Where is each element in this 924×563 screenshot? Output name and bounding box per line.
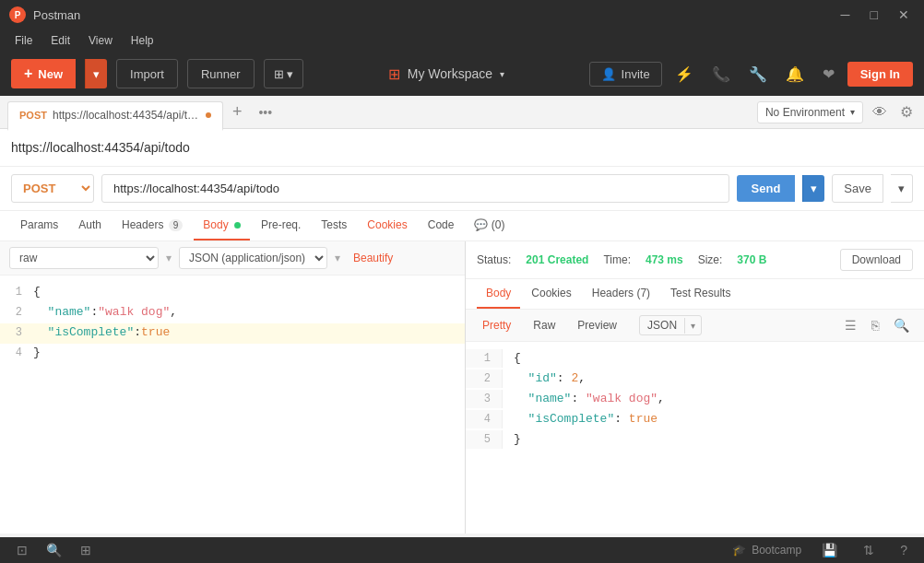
request-bar: POST GET PUT DELETE Send ▾ Save ▾ [0,167,924,211]
resp-tab-headers[interactable]: Headers (7) [583,279,659,309]
resp-raw-button[interactable]: Raw [526,316,563,334]
url-input[interactable] [101,174,729,203]
code-line-4: 4 } [0,344,465,364]
tab-body[interactable]: Body [194,211,250,240]
request-body-panel: raw form-data x-www-form-urlencoded ▾ JS… [0,241,466,534]
tab-prereq[interactable]: Pre-req. [252,211,310,240]
status-sync-button[interactable]: ⇅ [858,541,880,559]
resp-copy-button[interactable]: ⎘ [866,315,884,335]
response-format-bar: Pretty Raw Preview JSON ▾ ☰ ⎘ 🔍 [466,310,924,342]
resp-tab-cookies[interactable]: Cookies [522,279,580,309]
env-chevron: ▾ [850,107,855,117]
status-search-button[interactable]: 🔍 [41,541,67,559]
menu-view[interactable]: View [81,32,120,49]
lightning-icon-button[interactable]: ⚡ [669,62,699,87]
time-label: Time: [603,253,631,266]
status-save-button[interactable]: 💾 [816,541,843,559]
tab-params[interactable]: Params [11,211,67,240]
method-select[interactable]: POST GET PUT DELETE [11,174,94,203]
titlebar-left: P Postman [9,6,80,23]
resp-tab-test-results[interactable]: Test Results [661,279,740,309]
resp-format-selector[interactable]: JSON ▾ [639,315,702,335]
resp-line-5: 5 } [466,430,924,451]
toolbar: + New ▾ Import Runner ⊞ ▾ ⊞ My Workspace… [0,52,924,96]
phone-icon-button[interactable]: 📞 [706,62,736,87]
new-dropdown-button[interactable]: ▾ [85,59,107,88]
toolbar-center: ⊞ My Workspace ▾ [313,60,579,88]
size-value: 370 B [737,253,766,266]
layout-icon: ⊞ [274,67,284,81]
resp-line-3: 3 "name": "walk dog", [466,390,924,410]
resp-search-button[interactable]: 🔍 [888,315,915,335]
menu-edit[interactable]: Edit [43,32,77,49]
bootcamp-button[interactable]: 🎓 Bootcamp [732,544,801,557]
resp-tab-body[interactable]: Body [477,279,520,309]
status-code: 201 Created [526,253,588,266]
tab-cookies[interactable]: Cookies [358,211,416,240]
body-format-select[interactable]: raw form-data x-www-form-urlencoded [9,247,159,269]
tab-auth[interactable]: Auth [69,211,111,240]
import-button[interactable]: Import [116,59,178,88]
save-button[interactable]: Save [832,174,883,203]
status-bar-right: 🎓 Bootcamp 💾 ⇅ ? [732,541,913,559]
plus-icon: + [24,65,32,82]
signin-button[interactable]: Sign In [847,62,913,87]
maximize-button[interactable]: □ [865,6,883,24]
bell-icon-button[interactable]: 🔔 [780,62,810,87]
tab-bar: POST https://localhost:44354/api/to... +… [0,96,924,129]
heart-icon-button[interactable]: ❤ [817,62,840,87]
save-dropdown-button[interactable]: ▾ [891,174,913,203]
response-code-editor: 1 { 2 "id": 2, 3 "name": "walk dog", 4 "… [466,342,924,534]
resp-preview-button[interactable]: Preview [570,316,624,334]
beautify-button[interactable]: Beautify [348,249,398,267]
runner-button[interactable]: Runner [187,59,255,88]
tab-method: POST [19,110,47,121]
main-content: raw form-data x-www-form-urlencoded ▾ JS… [0,241,924,534]
request-tab[interactable]: POST https://localhost:44354/api/to... [7,101,223,131]
app-title: Postman [33,8,80,22]
status-console-button[interactable]: ⊞ [75,541,97,559]
workspace-button[interactable]: ⊞ My Workspace ▾ [377,60,515,88]
url-display-section: https://localhost:44354/api/todo [0,129,924,167]
env-eye-button[interactable]: 👁 [869,100,891,124]
settings-icon-button[interactable]: 🔧 [743,62,773,87]
content-type-select[interactable]: JSON (application/json) Text XML [179,247,327,269]
code-line-2: 2 "name":"walk dog", [0,303,465,323]
resp-line-2: 2 "id": 2, [466,369,924,390]
response-panel: Status: 201 Created Time: 473 ms Size: 3… [466,241,924,534]
format-arrow: ▾ [166,252,172,264]
close-button[interactable]: ✕ [893,6,915,24]
send-dropdown-button[interactable]: ▾ [802,175,824,202]
resp-json-label: JSON [640,316,684,334]
tab-comments[interactable]: 💬 (0) [465,211,514,240]
download-button[interactable]: Download [840,249,913,271]
send-button[interactable]: Send [737,175,796,202]
tab-headers[interactable]: Headers 9 [113,211,192,240]
new-tab-button[interactable]: + [227,100,248,123]
resp-line-4: 4 "isComplete": true [466,410,924,430]
minimize-button[interactable]: ─ [835,6,856,24]
menu-help[interactable]: Help [124,32,161,49]
resp-wrap-button[interactable]: ☰ [839,315,862,335]
toolbar-right: 👤 Invite ⚡ 📞 🔧 🔔 ❤ Sign In [589,62,913,87]
url-display: https://localhost:44354/api/todo [11,138,913,162]
tab-code[interactable]: Code [419,211,464,240]
content-type-arrow: ▾ [335,252,340,264]
titlebar: P Postman ─ □ ✕ [0,0,924,29]
status-help-button[interactable]: ? [894,541,913,559]
env-dropdown[interactable]: No Environment ▾ [757,101,863,123]
bootcamp-icon: 🎓 [732,544,746,557]
new-button[interactable]: + New [11,59,76,88]
builder-button[interactable]: ⊞ ▾ [264,59,304,88]
invite-button[interactable]: 👤 Invite [589,62,662,87]
size-label: Size: [698,253,723,266]
more-tabs-button[interactable]: ••• [251,103,279,122]
env-settings-button[interactable]: ⚙ [896,100,917,124]
menu-file[interactable]: File [7,32,40,49]
request-code-editor[interactable]: 1 { 2 "name":"walk dog", 3 "isComplete":… [0,276,465,534]
status-layout-button[interactable]: ⊡ [11,541,33,559]
time-value: 473 ms [646,253,683,266]
tab-tests[interactable]: Tests [312,211,356,240]
code-line-1: 1 { [0,283,465,303]
resp-pretty-button[interactable]: Pretty [475,316,518,334]
